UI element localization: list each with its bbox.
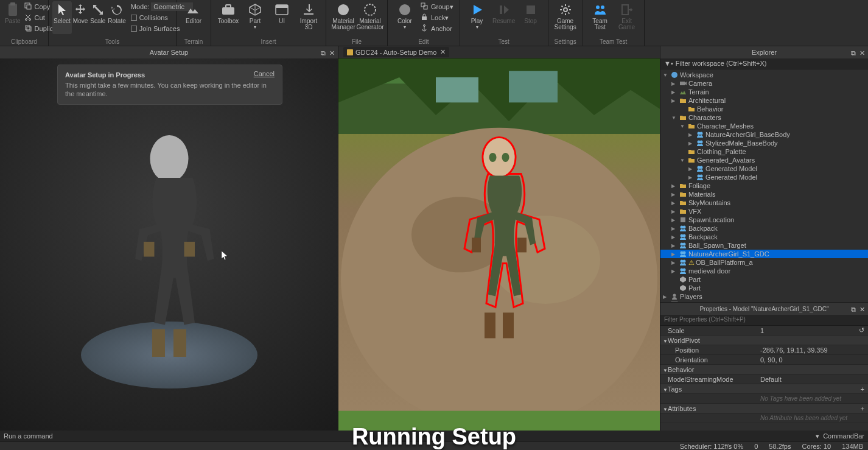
game-settings-button[interactable]: Game Settings <box>552 1 579 32</box>
property-value[interactable]: No Attribute has been added yet <box>758 415 868 421</box>
ui-button[interactable]: UI <box>268 1 295 32</box>
tree-item[interactable]: ▶Ball_Spawn_Target <box>660 241 868 250</box>
tree-item[interactable]: ▶Generated Model <box>660 173 868 181</box>
tree-item[interactable]: Behavior <box>660 105 868 113</box>
expand-arrow[interactable]: ▶ <box>688 166 695 172</box>
popout-icon[interactable]: ⧉ <box>851 49 857 55</box>
play-button[interactable]: Play▾ <box>464 1 491 32</box>
tree-item[interactable]: ▶VFX <box>660 207 868 216</box>
tree-item[interactable]: ▶SkyMountains <box>660 199 868 207</box>
tree-item[interactable]: ▶Terrain <box>660 88 868 96</box>
expand-arrow[interactable]: ▶ <box>688 132 695 138</box>
expand-arrow[interactable]: ▶ <box>671 226 677 231</box>
expand-arrow[interactable]: ▼ <box>680 158 686 163</box>
scale-button[interactable]: Scale <box>89 1 107 34</box>
popout-icon[interactable]: ⧉ <box>321 49 327 55</box>
close-icon[interactable]: ✕ <box>859 306 866 312</box>
group-button[interactable]: Group ▾ <box>418 1 456 12</box>
property-section[interactable]: ▼WorldPivot <box>660 336 868 345</box>
property-row[interactable]: ModelStreamingModeDefault <box>660 374 868 384</box>
add-icon[interactable]: + <box>861 405 864 412</box>
tree-item[interactable]: Part <box>660 275 868 284</box>
reset-icon[interactable]: ↺ <box>859 326 864 334</box>
tree-item[interactable]: ▼Generated_Avatars <box>660 156 868 164</box>
tree-item[interactable]: ▶Foliage <box>660 181 868 190</box>
properties-filter[interactable]: Filter Properties (Ctrl+Shift+P) <box>660 315 868 326</box>
tree-item[interactable]: ▼Character_Meshes <box>660 122 868 130</box>
expand-arrow[interactable]: ▶ <box>688 141 695 146</box>
expand-arrow[interactable]: ▶ <box>671 234 677 240</box>
expand-arrow[interactable]: ▶ <box>671 81 677 86</box>
terrain-editor-button[interactable]: Editor <box>180 1 207 26</box>
scene-viewport[interactable] <box>338 58 660 436</box>
expand-arrow[interactable]: ▼ <box>680 124 686 129</box>
property-value[interactable]: No Tags have been added yet <box>758 395 868 402</box>
tree-item[interactable]: ▶Backpack <box>660 233 868 241</box>
property-value[interactable]: Default <box>758 376 868 383</box>
property-row[interactable]: No Tags have been added yet <box>660 394 868 404</box>
expand-arrow[interactable]: ▶ <box>671 217 677 223</box>
property-value[interactable]: 0, 90, 0 <box>758 356 868 364</box>
property-section[interactable]: ▼Attributes+ <box>660 404 868 413</box>
tree-item[interactable]: ▶SpawnLocation <box>660 216 868 224</box>
expand-arrow[interactable]: ▶ <box>671 260 677 265</box>
paste-button[interactable]: Paste <box>4 1 22 35</box>
tree-item[interactable]: Clothing_Palette <box>660 147 868 156</box>
expand-arrow[interactable]: ▶ <box>671 209 677 214</box>
material-generator-button[interactable]: Material Generator <box>357 1 383 32</box>
tree-item[interactable]: Part <box>660 284 868 292</box>
stop-button[interactable]: Stop <box>517 1 544 32</box>
explorer-filter[interactable]: ▼•Filter workspace (Ctrl+Shift+X) <box>660 58 868 69</box>
popout-icon[interactable]: ⧉ <box>851 306 857 312</box>
close-icon[interactable]: ✕ <box>440 48 446 56</box>
expand-arrow[interactable]: ▶ <box>663 294 669 300</box>
expand-arrow[interactable]: ▼ <box>671 115 677 121</box>
property-row[interactable]: Position-286.76, 19.11, 39.359 <box>660 345 868 355</box>
expand-arrow[interactable]: ▶ <box>671 243 677 248</box>
move-button[interactable]: Move <box>72 1 89 34</box>
tree-item[interactable]: ▶NatureArcherGirl_BaseBody <box>660 130 868 139</box>
expand-arrow[interactable]: ▼ <box>663 72 669 78</box>
part-button[interactable]: Part▾ <box>242 1 268 32</box>
anchor-button[interactable]: Anchor <box>418 23 456 34</box>
tree-item[interactable]: ▶Generated Model <box>660 164 868 173</box>
expand-arrow[interactable]: ▶ <box>671 269 677 274</box>
tree-item[interactable]: ▶medieval door <box>660 267 868 275</box>
tree-item[interactable]: ▶NatureArcherGirl_S1_GDC <box>660 250 868 258</box>
tree-item[interactable]: ▼Workspace <box>660 71 868 79</box>
property-section[interactable]: ▼Tags+ <box>660 384 868 394</box>
exit-game-button[interactable]: Exit Game <box>614 1 640 32</box>
close-icon[interactable]: ✕ <box>859 49 866 55</box>
property-value[interactable]: -286.76, 19.11, 39.359 <box>758 346 868 354</box>
add-icon[interactable]: + <box>861 385 864 393</box>
expand-arrow[interactable]: ▶ <box>671 251 677 257</box>
toolbox-button[interactable]: Toolbox <box>215 1 242 32</box>
tree-item[interactable]: ▼Characters <box>660 113 868 122</box>
lock-button[interactable]: Lock ▾ <box>418 12 456 23</box>
property-row[interactable]: Scale1↺ <box>660 326 868 336</box>
expand-arrow[interactable]: ▶ <box>671 192 677 197</box>
property-row[interactable]: No Attribute has been added yet <box>660 413 868 423</box>
expand-arrow[interactable]: ▶ <box>688 175 695 180</box>
tree-item[interactable]: ▶Architectural <box>660 96 868 105</box>
import-3d-button[interactable]: Import 3D <box>295 1 322 32</box>
expand-arrow[interactable]: ▶ <box>671 183 677 189</box>
rotate-button[interactable]: Rotate <box>107 1 127 34</box>
expand-arrow[interactable]: ▶ <box>671 98 677 104</box>
select-button[interactable]: Select <box>52 1 72 34</box>
material-manager-button[interactable]: Material Manager <box>330 1 357 32</box>
tree-item[interactable]: ▶Backpack <box>660 224 868 233</box>
expand-arrow[interactable]: ▶ <box>671 200 677 206</box>
tree-item[interactable]: ▶⚠OB_BallPlatform_a <box>660 258 868 267</box>
property-value[interactable]: 1 <box>758 327 859 334</box>
property-row[interactable]: Orientation0, 90, 0 <box>660 355 868 365</box>
explorer-tree[interactable]: ▼Workspace▶Camera▶Terrain▶ArchitecturalB… <box>660 69 868 302</box>
tab-scene[interactable]: GDC24 - Auto-Setup Demo✕ <box>343 47 449 57</box>
resume-button[interactable]: Resume <box>491 1 517 32</box>
tree-item[interactable]: ▶Camera <box>660 79 868 88</box>
close-icon[interactable]: ✕ <box>329 49 335 55</box>
expand-arrow[interactable]: ▶ <box>671 90 677 95</box>
tree-item[interactable]: ▶Materials <box>660 190 868 199</box>
cancel-button[interactable]: Cancel <box>254 70 275 77</box>
tree-item[interactable]: ▶StylizedMale_BaseBody <box>660 139 868 147</box>
